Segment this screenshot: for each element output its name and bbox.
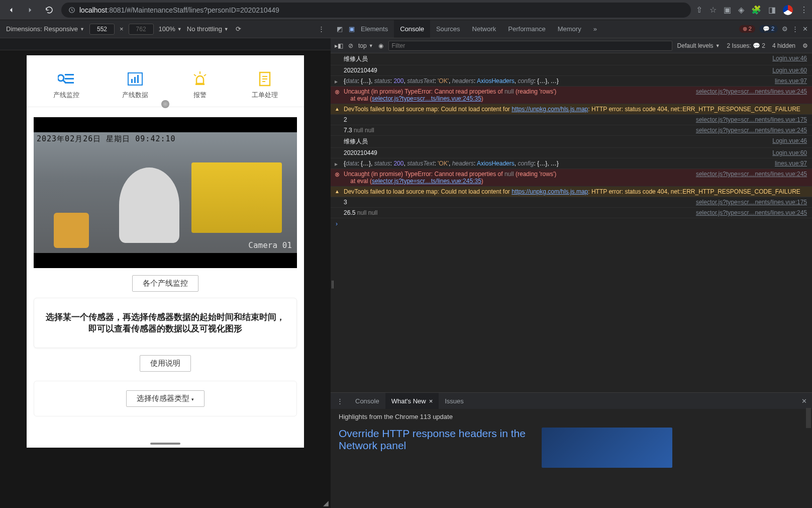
console-row[interactable]: 2020210449Login.vue:60: [331, 65, 812, 76]
nav-item-workorder[interactable]: 工单处理: [252, 71, 278, 100]
kebab-menu-icon[interactable]: ⋮: [800, 5, 808, 15]
nav-item-alarm[interactable]: 报警: [191, 71, 209, 100]
source-link[interactable]: lines.vue:97: [775, 160, 807, 167]
video-card[interactable]: 2023年02月26日 星期日 09:42:10 Camera 01: [34, 117, 297, 268]
article-title[interactable]: Override HTTP response headers in the Ne…: [339, 428, 530, 468]
toolbar-right: ⇧ ☆ ▣ ◈ 🧩 ◨ ⋮: [696, 5, 808, 15]
dimensions-select[interactable]: Dimensions: Responsive▼: [6, 25, 84, 33]
console-row[interactable]: Uncaught (in promise) TypeError: Cannot …: [331, 169, 812, 187]
close-devtools-icon[interactable]: ✕: [802, 25, 808, 33]
svg-line-5: [63, 80, 66, 83]
nav-item-data[interactable]: 产线数据: [122, 71, 148, 100]
console-row[interactable]: 3selector.js?type=scr…nents/lines.vue:17…: [331, 197, 812, 208]
source-link[interactable]: selector.js?type=scr…nents/lines.vue:175: [696, 116, 807, 123]
settings-icon[interactable]: ⚙: [782, 25, 788, 33]
ext-icon-2[interactable]: ◈: [738, 5, 744, 15]
source-link[interactable]: lines.vue:97: [775, 77, 807, 84]
sensor-select[interactable]: 选择传感器类型 ▾: [126, 390, 205, 407]
device-emulator-pane: Dimensions: Responsive▼ × 100%▼ No throt…: [0, 20, 331, 508]
resize-handle[interactable]: [150, 443, 180, 445]
scene-machine: [191, 162, 282, 233]
sidebar-toggle-icon[interactable]: ▸◧: [335, 42, 343, 49]
split-handle-icon[interactable]: ∥: [331, 279, 334, 299]
source-link[interactable]: Login.vue:46: [772, 55, 807, 63]
nav-item-monitor[interactable]: 产线监控: [53, 71, 79, 100]
console-row[interactable]: {data: {…}, status: 200, statusText: 'OK…: [331, 76, 812, 87]
source-link[interactable]: selector.js?type=scr…nents/lines.vue:245: [696, 127, 807, 134]
height-input[interactable]: [129, 24, 154, 35]
console-row[interactable]: 7.3 null nullselector.js?type=scr…nents/…: [331, 125, 812, 136]
tab-elements[interactable]: Elements: [355, 20, 394, 38]
article-thumbnail[interactable]: [542, 428, 672, 468]
zoom-select[interactable]: 100%▼: [159, 25, 182, 33]
drag-handle-icon[interactable]: [161, 100, 169, 108]
source-link[interactable]: Login.vue:60: [772, 67, 807, 74]
source-link[interactable]: selector.js?type=scr…nents/lines.vue:245: [696, 171, 807, 185]
tab-sources[interactable]: Sources: [430, 20, 466, 38]
share-icon[interactable]: ⇧: [696, 5, 702, 15]
console-row[interactable]: 维修人员Login.vue:46: [331, 136, 812, 148]
ext-icon-1[interactable]: ▣: [724, 5, 731, 15]
reload-button[interactable]: [42, 3, 56, 17]
console-output[interactable]: 维修人员Login.vue:462020210449Login.vue:60{d…: [331, 53, 812, 392]
filter-input[interactable]: [388, 41, 672, 51]
bookmark-icon[interactable]: ☆: [709, 5, 717, 15]
source-link[interactable]: Login.vue:60: [772, 149, 807, 156]
console-row[interactable]: 2selector.js?type=scr…nents/lines.vue:17…: [331, 115, 812, 125]
tabs-overflow[interactable]: »: [587, 20, 603, 38]
hidden-count: 4 hidden: [772, 42, 795, 49]
drawer-tab-whatsnew[interactable]: What's New ×: [385, 393, 439, 409]
corner-resize-icon[interactable]: ◢: [323, 499, 329, 507]
inspect-icon[interactable]: ◩: [331, 20, 343, 38]
highlights-heading: Highlights from the Chrome 113 update: [339, 413, 804, 420]
tab-console[interactable]: Console: [394, 20, 430, 38]
console-row[interactable]: DevTools failed to load source map: Coul…: [331, 187, 812, 197]
camera-label: Camera 01: [248, 240, 292, 250]
live-expr-icon[interactable]: ◉: [378, 42, 383, 49]
close-tab-icon[interactable]: ×: [429, 397, 433, 405]
back-button[interactable]: [4, 3, 18, 17]
address-bar[interactable]: localhost:8081/#/MaintenanceStaff/lines?…: [61, 3, 691, 18]
drawer-tab-console[interactable]: Console: [349, 393, 385, 409]
error-badge[interactable]: ⊗ 2: [739, 25, 755, 33]
console-toolbar: ▸◧ ⊘ top ▼ ◉ Default levels ▼ 2 Issues: …: [331, 38, 812, 53]
console-row[interactable]: {data: {…}, status: 200, statusText: 'OK…: [331, 158, 812, 169]
source-link[interactable]: selector.js?type=scr…nents/lines.vue:175: [696, 199, 807, 206]
tab-network[interactable]: Network: [466, 20, 502, 38]
console-settings-icon[interactable]: ⚙: [802, 42, 808, 49]
context-select[interactable]: top ▼: [358, 42, 373, 49]
width-input[interactable]: [89, 24, 115, 35]
tab-memory[interactable]: Memory: [552, 20, 587, 38]
drawer-menu-icon[interactable]: ⋮: [331, 393, 349, 409]
console-row[interactable]: DevTools failed to load source map: Coul…: [331, 104, 812, 115]
emulated-viewport: 产线监控 产线数据 报警 工单处理: [27, 55, 304, 448]
monitor-button[interactable]: 各个产线监控: [132, 275, 198, 292]
throttle-select[interactable]: No throttling▼: [187, 25, 229, 33]
extensions-icon[interactable]: 🧩: [751, 5, 761, 15]
close-drawer-icon[interactable]: ✕: [796, 397, 812, 405]
source-link[interactable]: selector.js?type=scr…nents/lines.vue:245: [696, 88, 807, 102]
console-row[interactable]: 维修人员Login.vue:46: [331, 53, 812, 65]
console-row[interactable]: 2020210449Login.vue:60: [331, 148, 812, 158]
issues-link[interactable]: 2 Issues: 💬 2: [727, 42, 765, 49]
kebab-menu-icon[interactable]: ⋮: [792, 25, 798, 33]
source-link[interactable]: Login.vue:46: [772, 137, 807, 146]
console-row[interactable]: Uncaught (in promise) TypeError: Cannot …: [331, 87, 812, 104]
tab-performance[interactable]: Performance: [502, 20, 551, 38]
source-link[interactable]: selector.js?type=scr…nents/lines.vue:245: [696, 209, 807, 216]
console-row[interactable]: 26.5 null nullselector.js?type=scr…nents…: [331, 208, 812, 218]
drawer-scrollbar[interactable]: [806, 408, 811, 428]
message-badge[interactable]: 💬 2: [759, 25, 778, 33]
sidepanel-icon[interactable]: ◨: [768, 5, 776, 15]
profile-avatar[interactable]: [783, 5, 793, 15]
forward-button[interactable]: [23, 3, 37, 17]
levels-select[interactable]: Default levels ▼: [677, 42, 720, 49]
usage-button[interactable]: 使用说明: [140, 355, 191, 372]
rotate-icon[interactable]: ⟳: [236, 25, 241, 33]
device-toggle-icon[interactable]: ▣: [343, 20, 355, 38]
drawer-tab-issues[interactable]: Issues: [439, 393, 470, 409]
device-menu-icon[interactable]: ⋮: [318, 25, 325, 33]
console-prompt[interactable]: ›: [331, 218, 812, 229]
clear-console-icon[interactable]: ⊘: [348, 42, 353, 49]
browser-toolbar: localhost:8081/#/MaintenanceStaff/lines?…: [0, 0, 812, 20]
